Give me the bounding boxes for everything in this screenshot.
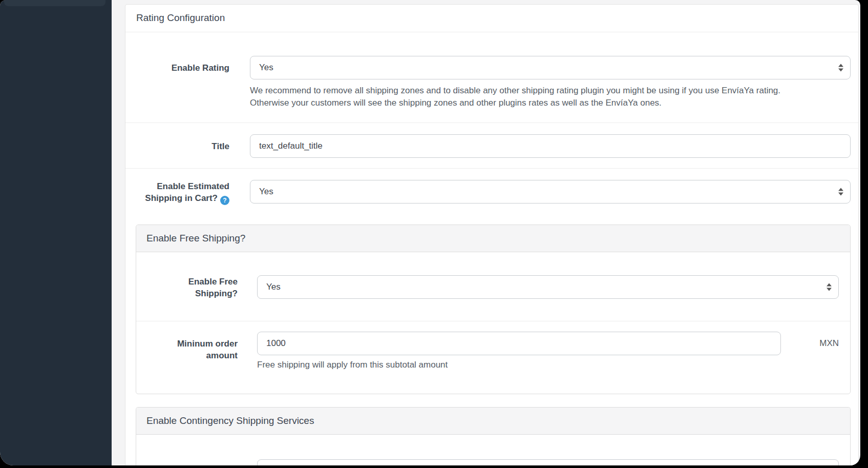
enable-rating-help: We recommend to remove all shipping zone… [250,85,785,109]
rating-configuration-panel: Rating Configuration Enable Rating Yes W… [125,4,859,465]
enable-rating-select-value: Yes [259,63,273,73]
minimum-order-row: Mininum order amount MXN Free shipping w… [136,321,850,394]
minimum-order-amount-line: MXN [257,332,839,355]
updown-stepper-icon [838,188,843,196]
title-control [250,134,851,158]
contingency-field-row [136,435,850,465]
updown-stepper-icon [838,64,843,72]
minimum-order-input[interactable] [257,332,781,355]
enable-free-shipping-select[interactable]: Yes [257,275,839,299]
minimum-order-label: Mininum order amount [146,332,238,361]
sidebar-active-item[interactable] [4,0,105,6]
contingency-field[interactable] [257,459,839,465]
help-circle-icon[interactable]: ? [220,196,229,205]
updown-stepper-icon [827,283,832,291]
enable-free-shipping-label: Enable Free Shipping? [146,275,238,299]
enable-rating-row: Enable Rating Yes We recommend to remove… [125,32,858,123]
enable-rating-label: Enable Rating [136,56,229,74]
currency-label: MXN [819,338,839,349]
enable-free-shipping-control: Yes [257,275,839,299]
contingency-field-control [257,459,839,465]
panel-title: Rating Configuration [125,5,858,32]
estimated-shipping-label: Enable Estimated Shipping in Cart?? [136,180,229,205]
enable-rating-control: Yes We recommend to remove all shipping … [250,56,851,109]
contingency-panel-title: Enable Contingency Shipping Services [136,408,850,435]
free-shipping-panel-title: Enable Free Shipping? [136,225,850,252]
minimum-order-control: MXN Free shipping will apply from this s… [257,332,839,370]
enable-free-shipping-select-value: Yes [266,282,281,292]
app-window: Rating Configuration Enable Rating Yes W… [0,0,860,465]
enable-free-shipping-row: Enable Free Shipping? Yes [136,252,850,321]
estimated-shipping-label-text: Enable Estimated Shipping in Cart? [145,181,229,203]
free-shipping-panel: Enable Free Shipping? Enable Free Shippi… [136,225,851,394]
enable-rating-select[interactable]: Yes [250,56,851,79]
estimated-shipping-row: Enable Estimated Shipping in Cart?? Yes [125,169,858,214]
main-content: Rating Configuration Enable Rating Yes W… [112,0,860,465]
estimated-shipping-select[interactable]: Yes [250,180,851,204]
minimum-order-hint: Free shipping will apply from this subto… [257,360,839,370]
estimated-shipping-control: Yes [250,180,851,204]
sidebar [0,0,112,465]
title-label: Title [136,134,229,152]
title-row: Title [125,123,858,168]
estimated-shipping-select-value: Yes [259,187,273,197]
contingency-panel: Enable Contingency Shipping Services [136,407,851,465]
title-input[interactable] [250,134,851,158]
